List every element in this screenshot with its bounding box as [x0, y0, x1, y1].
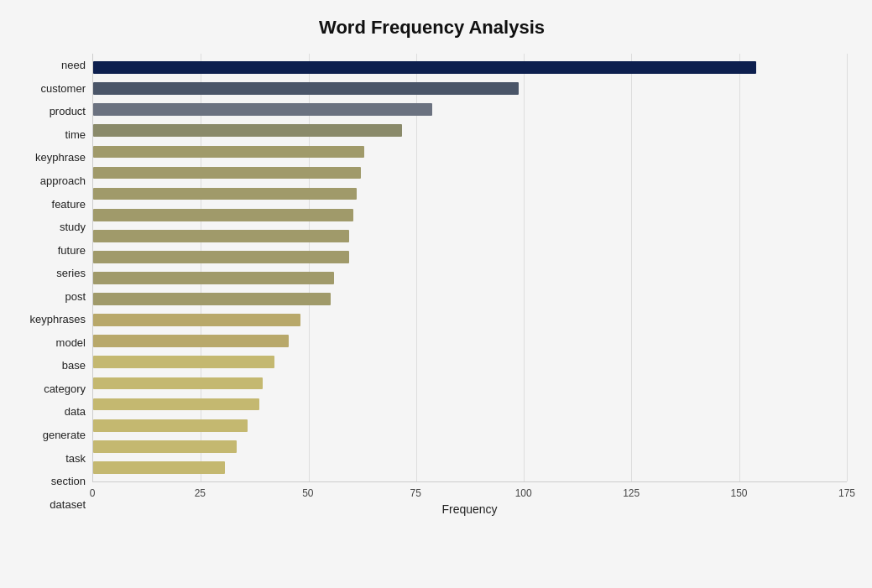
y-label: category [44, 383, 86, 394]
x-tick: 50 [302, 487, 313, 499]
bar [93, 356, 274, 368]
x-tick: 75 [410, 487, 421, 499]
chart-container: Word Frequency Analysis needcustomerprod… [0, 0, 872, 588]
chart-area: needcustomerproducttimekeyphraseapproach… [17, 54, 847, 516]
bar [93, 188, 357, 200]
y-label: model [56, 337, 86, 348]
bar [93, 167, 361, 180]
y-label: approach [40, 175, 86, 186]
y-label: feature [52, 199, 86, 210]
bar [93, 440, 237, 453]
bar-row [93, 268, 847, 289]
y-label: keyphrases [30, 314, 86, 325]
bar-row [93, 330, 847, 351]
bar-row [93, 162, 847, 183]
y-label: generate [43, 429, 86, 440]
grid-line [847, 54, 848, 481]
bar-row [93, 372, 847, 393]
bar-row [93, 226, 847, 247]
y-label: series [56, 268, 86, 278]
bar [93, 272, 334, 284]
chart-title: Word Frequency Analysis [17, 17, 847, 39]
bar-row [93, 289, 847, 310]
x-tick: 0 [90, 487, 96, 499]
bar [93, 209, 353, 221]
bar [93, 314, 300, 326]
bar-row [93, 57, 847, 78]
bar-row [93, 120, 847, 141]
bar-row [93, 415, 847, 436]
bar [93, 461, 225, 474]
y-label: customer [41, 83, 86, 94]
x-axis: 0255075100125150175 Frequency [92, 482, 847, 516]
bar-row [93, 78, 847, 99]
y-label: base [62, 360, 86, 371]
x-tick: 175 [838, 487, 855, 499]
bar [93, 61, 756, 74]
bars-area [92, 54, 847, 482]
bar-row [93, 394, 847, 415]
y-label: need [61, 60, 86, 70]
bar-row [93, 99, 847, 120]
bar [93, 82, 519, 95]
bar-row [93, 247, 847, 268]
x-tick: 25 [195, 487, 206, 499]
bar-row [93, 141, 847, 162]
bar-row [93, 436, 847, 457]
y-label: data [65, 406, 86, 417]
x-tick: 125 [623, 487, 640, 499]
bar-row [93, 310, 847, 330]
bar [93, 377, 263, 390]
y-label: future [58, 245, 86, 256]
bar [93, 398, 259, 411]
bar [93, 124, 402, 137]
bar-row [93, 184, 847, 205]
x-axis-label: Frequency [441, 502, 497, 516]
x-tick: 150 [731, 487, 748, 499]
y-label: study [60, 221, 86, 232]
bars-and-x: 0255075100125150175 Frequency [92, 54, 847, 516]
y-label: section [51, 476, 86, 487]
y-axis: needcustomerproducttimekeyphraseapproach… [17, 54, 92, 516]
x-tick: 100 [515, 487, 532, 499]
y-label: keyphrase [35, 152, 86, 163]
bar-row [93, 457, 847, 478]
y-label: product [50, 106, 86, 117]
bar [93, 293, 331, 305]
y-label: time [65, 129, 86, 140]
bar [93, 103, 432, 116]
y-label: post [65, 291, 86, 302]
bar-row [93, 205, 847, 226]
bar [93, 335, 289, 347]
bar-row [93, 351, 847, 372]
bar [93, 230, 349, 242]
bar [93, 419, 248, 432]
y-label: dataset [50, 499, 86, 510]
bar [93, 146, 364, 159]
bar [93, 251, 349, 263]
y-label: task [65, 453, 86, 464]
